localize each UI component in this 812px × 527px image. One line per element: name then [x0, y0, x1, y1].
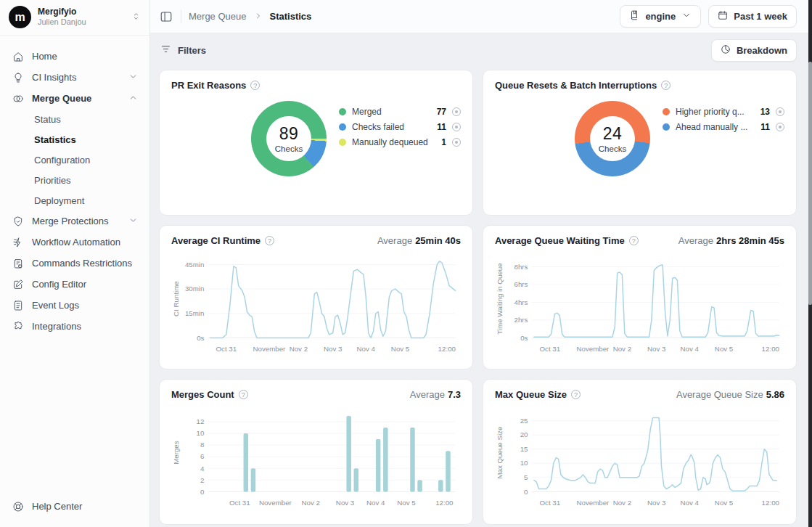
sidebar-item-workflow-automation[interactable]: Workflow Automation — [6, 232, 144, 253]
help-center-link[interactable]: Help Center — [0, 490, 149, 527]
card-title: PR Exit Reasons — [171, 80, 246, 91]
legend-visibility-icon[interactable] — [452, 138, 461, 147]
merges-count-bar-chart: 024681012Oct 31NovemberNov 2Nov 3Nov 4No… — [171, 403, 461, 513]
svg-text:Nov 3: Nov 3 — [336, 499, 354, 507]
up-down-chevron-icon — [131, 11, 141, 24]
sidebar-item-home[interactable]: Home — [6, 46, 144, 67]
lightbulb-icon — [12, 71, 24, 83]
svg-text:5: 5 — [524, 473, 528, 481]
legend-visibility-icon[interactable] — [776, 123, 784, 131]
sidebar-item-commands-restrictions[interactable]: Commands Restrictions — [6, 253, 144, 274]
card-average-queue-waiting-time: Average Queue Waiting Time? Average2hrs … — [483, 225, 797, 369]
legend-label: Checks failed — [352, 122, 431, 132]
help-icon[interactable]: ? — [239, 390, 248, 399]
svg-text:10: 10 — [520, 459, 528, 467]
sidebar-item-statistics[interactable]: Statistics — [6, 129, 144, 150]
filter-icon — [160, 44, 171, 57]
legend-visibility-icon[interactable] — [452, 107, 461, 116]
scrollbar-track[interactable] — [808, 0, 812, 527]
filters-toolbar: Filters Breakdown — [150, 33, 812, 64]
help-icon[interactable]: ? — [629, 236, 639, 245]
breadcrumb-current: Statistics — [270, 11, 312, 22]
svg-text:Nov 5: Nov 5 — [715, 499, 733, 507]
engine-selector-button[interactable]: engine — [620, 5, 701, 28]
sidebar-toggle-icon[interactable] — [159, 9, 173, 24]
card-title: Average CI Runtime — [171, 235, 261, 246]
divider — [181, 10, 181, 23]
svg-text:Nov 4: Nov 4 — [681, 345, 700, 353]
svg-text:2: 2 — [200, 476, 204, 484]
sidebar-item-configuration[interactable]: Configuration — [6, 150, 144, 170]
sidebar-item-ci-insights[interactable]: CI Insights — [6, 67, 144, 88]
legend-value: 11 — [760, 122, 770, 132]
help-icon[interactable]: ? — [571, 390, 581, 399]
sidebar-item-config-editor[interactable]: Config Editor — [6, 274, 144, 295]
sidebar-item-event-logs[interactable]: Event Logs — [6, 295, 144, 316]
svg-text:Oct 31: Oct 31 — [539, 499, 560, 507]
sidebar: m Mergifyio Julien Danjou Home CI Insigh… — [0, 0, 150, 527]
legend-value: 13 — [760, 107, 770, 117]
legend-label: Manually dequeued — [352, 137, 435, 147]
repo-icon — [629, 10, 639, 23]
svg-text:30min: 30min — [185, 285, 205, 293]
clipboard-lock-icon — [12, 257, 24, 269]
average-value: 2hrs 28min 45s — [716, 235, 784, 246]
svg-text:8: 8 — [200, 441, 204, 449]
svg-text:8hrs: 8hrs — [514, 263, 528, 271]
svg-text:Nov 3: Nov 3 — [647, 345, 665, 353]
sidebar-item-deployment[interactable]: Deployment — [6, 190, 144, 211]
svg-text:0: 0 — [524, 488, 528, 496]
topbar: Merge Queue Statistics engine Past 1 wee… — [150, 0, 812, 33]
legend: Higher priority q... 13 Ahead manually .… — [663, 104, 784, 134]
card-title: Queue Resets & Batch Interruptions — [495, 80, 657, 91]
svg-text:Nov 2: Nov 2 — [290, 345, 308, 353]
help-icon[interactable]: ? — [265, 236, 274, 245]
legend-color-dot — [339, 139, 346, 146]
legend-label: Merged — [352, 107, 431, 117]
zap-icon — [12, 236, 24, 248]
ci-runtime-line-chart: 0s15min30min45minOct 31NovemberNov 2Nov … — [171, 249, 461, 359]
date-range-button[interactable]: Past 1 week — [708, 5, 797, 28]
svg-text:Nov 2: Nov 2 — [302, 499, 320, 507]
svg-text:12:00: 12:00 — [435, 499, 454, 507]
svg-text:Oct 31: Oct 31 — [229, 499, 250, 507]
donut-center-value: 24 — [603, 124, 623, 144]
svg-text:12:00: 12:00 — [438, 345, 456, 353]
help-center-label: Help Center — [32, 501, 82, 512]
sidebar-item-label: Config Editor — [32, 279, 138, 290]
svg-text:25: 25 — [520, 417, 528, 425]
scrollbar-thumb[interactable] — [808, 62, 812, 305]
help-icon[interactable]: ? — [250, 81, 260, 90]
filters-button[interactable]: Filters — [160, 44, 206, 57]
sidebar-item-label: Workflow Automation — [32, 237, 138, 248]
legend-visibility-icon[interactable] — [776, 107, 784, 116]
sidebar-item-label: Home — [32, 51, 138, 62]
card-title: Average Queue Waiting Time — [495, 235, 625, 246]
chevron-down-icon — [128, 216, 138, 227]
average-prefix: Average Queue Size — [676, 389, 763, 400]
breakdown-button[interactable]: Breakdown — [711, 39, 797, 62]
queue-waiting-line-chart: 0s2hrs4hrs6hrs8hrsOct 31NovemberNov 2Nov… — [495, 249, 784, 359]
cards-grid: PR Exit Reasons? 89 Checks Merged 77 — [150, 64, 812, 525]
svg-text:2hrs: 2hrs — [514, 316, 528, 324]
breadcrumb-merge-queue[interactable]: Merge Queue — [189, 11, 247, 22]
sidebar-item-integrations[interactable]: Integrations — [6, 316, 144, 337]
svg-text:Nov 4: Nov 4 — [366, 499, 385, 507]
workspace-switcher[interactable]: m Mergifyio Julien Danjou — [0, 0, 149, 36]
average-prefix: Average — [678, 235, 713, 246]
document-list-icon — [12, 299, 24, 311]
svg-text:12: 12 — [197, 417, 205, 425]
sidebar-item-merge-queue[interactable]: Merge Queue — [6, 88, 144, 109]
legend-value: 1 — [441, 137, 446, 147]
sidebar-item-priorities[interactable]: Priorities — [6, 170, 144, 190]
svg-text:12:00: 12:00 — [762, 499, 780, 507]
sidebar-item-label: Event Logs — [32, 300, 138, 311]
help-icon[interactable]: ? — [661, 81, 670, 90]
sidebar-item-merge-protections[interactable]: Merge Protections — [6, 211, 144, 232]
legend-visibility-icon[interactable] — [452, 123, 461, 131]
card-title: Merges Count — [171, 389, 234, 400]
sidebar-item-status[interactable]: Status — [6, 109, 144, 129]
legend-item: Checks failed 11 — [339, 119, 461, 134]
svg-text:Nov 2: Nov 2 — [613, 345, 631, 353]
breakdown-label: Breakdown — [737, 45, 787, 56]
